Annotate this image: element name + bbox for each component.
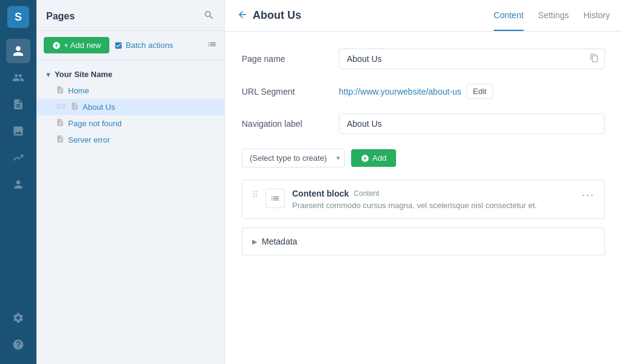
tab-content[interactable]: Content bbox=[494, 1, 524, 31]
block-type-badge: Content bbox=[354, 189, 379, 198]
sidebar-header: Pages bbox=[36, 0, 224, 31]
metadata-header[interactable]: ▶ Metadata bbox=[252, 237, 595, 246]
add-block-row: (Select type to create) Content block Im… bbox=[242, 149, 605, 167]
site-name-row: ▼ Your Site Name bbox=[36, 66, 224, 83]
page-file-icon bbox=[56, 86, 64, 96]
site-name: Your Site Name bbox=[55, 70, 112, 79]
metadata-accordion: ▶ Metadata bbox=[242, 228, 605, 255]
page-label: Page not found bbox=[68, 119, 121, 128]
tab-history[interactable]: History bbox=[583, 1, 610, 31]
page-name-label: Page name bbox=[242, 54, 339, 64]
batch-actions-button[interactable]: Batch actions bbox=[114, 41, 173, 50]
page-label: About Us bbox=[83, 103, 115, 112]
page-item-home[interactable]: Home bbox=[36, 83, 224, 99]
sidebar-title: Pages bbox=[46, 11, 75, 22]
sidebar-toolbar: + Add new Batch actions bbox=[36, 31, 224, 60]
nav-label-input[interactable] bbox=[339, 113, 605, 134]
app-logo[interactable]: S bbox=[7, 6, 29, 28]
page-name-input-wrapper bbox=[339, 49, 605, 69]
nav-help-icon[interactable] bbox=[6, 332, 30, 357]
page-name-field-row: Page name bbox=[242, 49, 605, 69]
nav-document-icon[interactable] bbox=[6, 92, 30, 116]
url-segment-control: http://www.yourwebsite/about-us Edit bbox=[339, 84, 605, 99]
nav-person-icon[interactable] bbox=[6, 39, 30, 63]
page-item-about-us[interactable]: ⠿⠿ About Us bbox=[36, 99, 224, 115]
metadata-label: Metadata bbox=[262, 237, 297, 246]
block-content-area: Content block Content Praesent commodo c… bbox=[292, 189, 575, 210]
drag-handle-icon: ⠿⠿ bbox=[56, 103, 66, 111]
main-tabs: Content Settings History bbox=[494, 1, 610, 31]
block-type-icon bbox=[265, 189, 285, 208]
nav-label-field-row: Navigation label bbox=[242, 113, 605, 134]
select-type-wrapper: (Select type to create) Content block Im… bbox=[242, 149, 345, 167]
nav-team-icon[interactable] bbox=[6, 66, 30, 90]
select-type-dropdown[interactable]: (Select type to create) Content block Im… bbox=[242, 149, 345, 167]
tree-arrow-icon: ▼ bbox=[45, 71, 52, 78]
header-left: About Us bbox=[237, 9, 301, 22]
nav-users-icon[interactable] bbox=[6, 172, 30, 197]
pages-tree: ▼ Your Site Name Home ⠿⠿ About Us Page n… bbox=[36, 60, 224, 154]
nav-label-label: Navigation label bbox=[242, 119, 339, 129]
page-file-icon bbox=[56, 118, 64, 129]
main-header: About Us Content Settings History bbox=[225, 0, 622, 32]
add-block-button[interactable]: Add bbox=[351, 149, 396, 167]
nav-settings-icon[interactable] bbox=[6, 306, 30, 330]
block-menu-button[interactable]: ··· bbox=[582, 189, 595, 201]
page-file-icon bbox=[56, 135, 64, 145]
page-item-server-error[interactable]: Server error bbox=[36, 132, 224, 148]
block-title: Content block Content bbox=[292, 189, 575, 198]
edit-url-button[interactable]: Edit bbox=[466, 84, 493, 99]
page-item-not-found[interactable]: Page not found bbox=[36, 115, 224, 132]
page-name-control bbox=[339, 49, 605, 69]
sidebar: Pages + Add new Batch actions ▼ Your Sit… bbox=[36, 0, 225, 364]
content-block-card: ⠿ Content block Content Praesent commodo… bbox=[242, 180, 605, 219]
nav-chart-icon[interactable] bbox=[6, 146, 30, 170]
nav-label-control bbox=[339, 113, 605, 134]
add-new-button[interactable]: + Add new bbox=[44, 37, 109, 53]
icon-bar: S bbox=[0, 0, 36, 364]
page-label: Server error bbox=[68, 135, 110, 144]
tab-settings[interactable]: Settings bbox=[538, 1, 569, 31]
page-name-input[interactable] bbox=[339, 49, 605, 69]
block-drag-handle-icon[interactable]: ⠿ bbox=[252, 190, 258, 200]
url-segment-field-row: URL Segment http://www.yourwebsite/about… bbox=[242, 84, 605, 99]
page-title: About Us bbox=[253, 9, 301, 22]
back-button[interactable] bbox=[237, 9, 248, 22]
list-view-button[interactable] bbox=[207, 39, 217, 52]
url-value: http://www.yourwebsite/about-us bbox=[339, 87, 462, 96]
search-icon[interactable] bbox=[203, 10, 214, 23]
page-file-icon bbox=[70, 102, 79, 112]
copy-icon bbox=[590, 53, 599, 64]
page-label: Home bbox=[68, 86, 89, 95]
main-panel: About Us Content Settings History Page n… bbox=[225, 0, 622, 364]
url-field: http://www.yourwebsite/about-us Edit bbox=[339, 84, 605, 99]
main-body: Page name URL Segment http://www.yourweb… bbox=[225, 32, 622, 364]
url-segment-label: URL Segment bbox=[242, 87, 339, 96]
metadata-arrow-icon: ▶ bbox=[252, 238, 257, 246]
block-preview-text: Praesent commodo cursus magna, vel scele… bbox=[292, 201, 575, 210]
nav-image-icon[interactable] bbox=[6, 119, 30, 143]
